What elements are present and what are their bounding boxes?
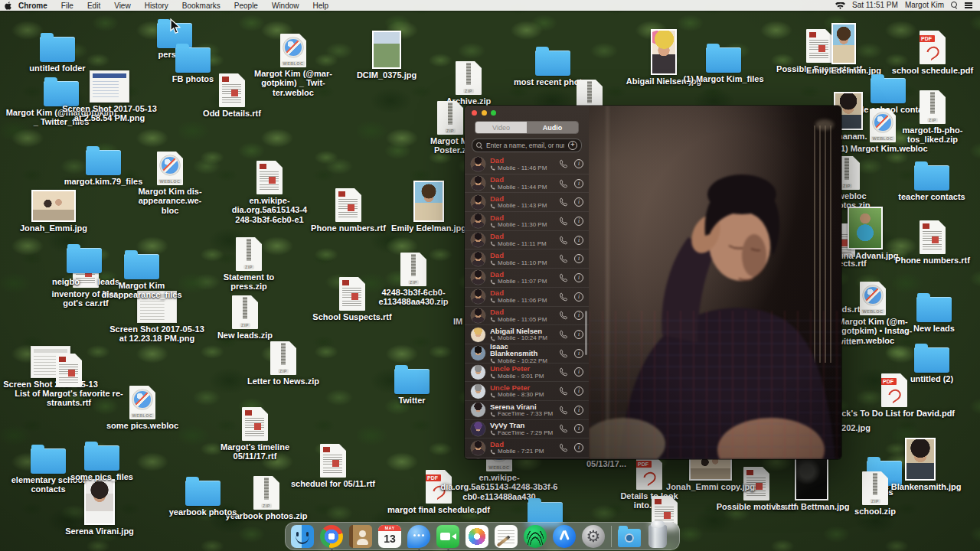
desktop-icon-neigbo-label[interactable]: neigbo (45, 276, 87, 286)
desktop-icon-some-pics-files-folder[interactable]: some pics_files (64, 441, 140, 481)
menu-item-history[interactable]: History (138, 2, 175, 10)
call-row[interactable]: Dad Mobile - 11:43 PM (465, 192, 589, 211)
desktop-icon-margot-disappearance-files-folder[interactable]: Margot Kim disappearance_files (91, 249, 192, 300)
menu-item-view[interactable]: View (107, 2, 138, 10)
dock-item-messages[interactable] (407, 525, 430, 548)
dock-item-appstore[interactable] (553, 525, 576, 548)
desktop-icon-archive-zip[interactable]: Archive.zip (434, 61, 503, 106)
spotlight-icon[interactable] (951, 2, 958, 8)
call-phone-icon[interactable] (559, 254, 568, 263)
info-icon[interactable] (574, 367, 583, 377)
call-phone-icon[interactable] (559, 330, 568, 339)
desktop-icon-restraunts-rtf[interactable]: List of Margot's favorite re- straunts.r… (7, 354, 131, 408)
call-phone-icon[interactable] (559, 292, 568, 302)
desktop-icon-untitled-folder[interactable]: untitled folder (23, 32, 92, 73)
desktop-icon-school-zip[interactable]: school.zip (841, 471, 910, 516)
dock-item-spotify[interactable] (524, 525, 547, 548)
info-icon[interactable] (574, 406, 583, 415)
call-row[interactable]: Isaac Blankensmith Mobile - 10:22 PM (465, 344, 589, 363)
menu-item-bookmarks[interactable]: Bookmarks (175, 2, 227, 10)
call-row[interactable]: Dad Mobile - 11:11 PM (465, 230, 589, 249)
desktop-icon-yearbook-photos-folder[interactable]: yearbook photos (163, 476, 243, 517)
wifi-icon[interactable] (835, 1, 845, 9)
dock-item-finder[interactable] (291, 525, 314, 548)
tab-video[interactable]: Video (475, 122, 527, 133)
call-phone-icon[interactable] (559, 197, 568, 207)
call-row[interactable]: Uncle Peter Mobile - 9:01 PM (465, 363, 589, 382)
desktop-icon-statement-press-zip[interactable]: Statement to press.zip (214, 237, 283, 292)
desktop-icon-school-schedule-pdf[interactable]: school schedule.pdf (887, 31, 978, 75)
call-row[interactable]: Dad (465, 457, 589, 459)
dock-item-downloads[interactable] (618, 529, 641, 547)
apple-menu-icon[interactable] (0, 1, 15, 10)
call-phone-icon[interactable] (559, 217, 568, 226)
info-icon[interactable] (574, 311, 583, 320)
menu-item-help[interactable]: Help (306, 2, 336, 10)
call-phone-icon[interactable] (559, 367, 568, 377)
desktop-icon-date-label[interactable]: 05/13/17... (580, 458, 633, 468)
dock-item-calendar[interactable]: MAY13 (378, 525, 401, 548)
info-icon[interactable] (574, 292, 583, 302)
call-row[interactable]: Serena Virani FaceTime - 7:33 PM (465, 400, 589, 419)
info-icon[interactable] (574, 179, 583, 188)
dock-item-photos[interactable] (466, 525, 488, 548)
info-icon[interactable] (574, 254, 583, 263)
desktop-icon-phone-numbers-rtf-right[interactable]: Phone numbers.rtf (887, 220, 978, 265)
desktop-icon-twitter-folder[interactable]: Twitter (377, 364, 446, 405)
menu-clock[interactable]: Sat 11:51 PM (852, 1, 898, 9)
call-row[interactable]: Dad Mobile - 11:30 PM (465, 211, 589, 230)
menu-item-people[interactable]: People (227, 2, 265, 10)
desktop-icon-dcim-0375-jpg[interactable]: DCIM_0375.jpg (345, 31, 429, 80)
desktop-icon-teacher-contacts-folder-right[interactable]: teacher contacts (890, 161, 974, 201)
dock-item-chrome[interactable] (320, 525, 343, 548)
call-row[interactable]: Uncle Peter Mobile - 8:30 PM (465, 381, 589, 400)
dock-item-sysprefs[interactable] (582, 525, 605, 548)
menu-item-chrome[interactable]: Chrome (15, 2, 54, 10)
call-row[interactable]: Dad Mobile - 11:46 PM (465, 155, 589, 174)
call-row[interactable]: Dad Mobile - 11:07 PM (465, 268, 589, 287)
info-icon[interactable] (574, 236, 583, 245)
dock-item-textedit[interactable] (495, 525, 518, 548)
call-row[interactable]: VyVy Tran FaceTime - 7:29 PM (465, 419, 589, 439)
desktop-icon-emily-edelman-jpg[interactable]: Emily Edelman.jpg (383, 181, 475, 233)
minimize-button[interactable] (482, 110, 487, 116)
scrollbar[interactable] (585, 311, 587, 355)
call-row[interactable]: Abigail Nielsen Mobile - 10:24 PM (465, 324, 589, 344)
call-row[interactable]: Dad Mobile - 11:10 PM (465, 249, 589, 268)
info-icon[interactable] (574, 197, 583, 207)
info-icon[interactable] (574, 217, 583, 226)
call-phone-icon[interactable] (559, 424, 568, 433)
call-phone-icon[interactable] (559, 159, 568, 168)
dock-item-facetime[interactable] (436, 525, 459, 548)
desktop-icon-margot-twitter-webloc[interactable]: Margot Kim (@mar- gotpkim) _ Twit- ter.w… (251, 34, 335, 97)
dock-item-trash[interactable] (648, 525, 667, 548)
desktop-icon-edelman-top-jpg[interactable]: Emily Edelman.jpg (798, 23, 890, 75)
info-icon[interactable] (574, 330, 583, 339)
zoom-button[interactable] (491, 110, 496, 116)
desktop-icon-jonah-emmi-jpg[interactable]: Jonah_Emmi.jpg (11, 190, 96, 233)
info-icon[interactable] (574, 159, 583, 168)
call-phone-icon[interactable] (559, 386, 568, 396)
call-phone-icon[interactable] (559, 273, 568, 282)
desktop-icon-new-leads-folder[interactable]: New leads (900, 292, 969, 333)
search-input[interactable] (485, 141, 566, 150)
desktop-icon-school-suspects-rtf[interactable]: School Suspects.rtf (305, 277, 399, 321)
info-icon[interactable] (574, 424, 583, 433)
info-icon[interactable] (574, 386, 583, 396)
call-phone-icon[interactable] (559, 443, 568, 452)
call-phone-icon[interactable] (559, 236, 568, 245)
call-row[interactable]: Dad Mobile - 11:05 PM (465, 306, 589, 325)
notification-center-icon[interactable] (965, 2, 972, 8)
close-button[interactable] (472, 110, 477, 116)
desktop-icon-margots-timeline-rtf[interactable]: Margot's timeline 05/11/17.rtf (212, 407, 298, 461)
call-phone-icon[interactable] (559, 349, 568, 358)
call-row[interactable]: Dad Mobile - 11:06 PM (465, 287, 589, 306)
info-icon[interactable] (574, 443, 583, 452)
add-contact-icon[interactable]: + (568, 141, 577, 150)
desktop-icon-new-leads-zip[interactable]: New leads.zip (211, 295, 279, 340)
menu-item-window[interactable]: Window (265, 2, 306, 10)
info-icon[interactable] (574, 349, 583, 358)
menu-user[interactable]: Margot Kim (905, 1, 944, 9)
desktop-icon-vicks-todo-pdf[interactable]: Vick's To Do List for David.pdf (826, 373, 962, 418)
desktop-icon-phone-numbers-rtf[interactable]: Phone numbers.rtf (302, 188, 394, 233)
